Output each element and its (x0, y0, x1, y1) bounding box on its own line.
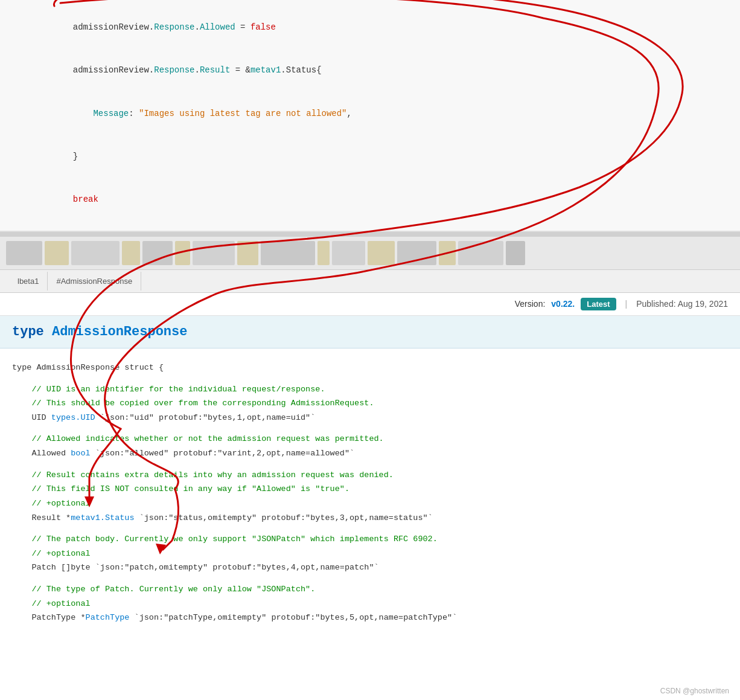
result-section: // Result contains extra details into wh… (12, 468, 728, 525)
type-keyword: type (12, 324, 44, 339)
separator: | (625, 299, 628, 309)
uid-section: // UID is an identifier for the individu… (12, 382, 728, 425)
watermark: CSDN @ghostwritten (660, 687, 729, 695)
code-line-5: break (12, 179, 728, 222)
section-separator (0, 232, 740, 237)
code-line-2: admissionReview.Response.Result = &metav… (12, 49, 728, 92)
allowed-section: // Allowed indicates whether or not the … (12, 432, 728, 460)
code-line-3: Message: "Images using latest tag are no… (12, 92, 728, 135)
struct-open: type AdmissionResponse struct { (12, 361, 728, 375)
patchtype-section: // The type of Patch. Currently we only … (12, 582, 728, 625)
version-row: Version: v0.22. Latest | Published: Aug … (0, 293, 740, 316)
result-metav1-link[interactable]: metav1.Status (71, 513, 134, 522)
type-name: AdmissionResponse (52, 324, 187, 339)
version-label: Version: (515, 299, 546, 309)
main-content: type AdmissionResponse struct { // UID i… (0, 348, 740, 650)
tab-bar: lbeta1 #AdmissionResponse (0, 270, 740, 293)
tab-admission-response[interactable]: #AdmissionResponse (48, 272, 141, 291)
code-line-1: admissionReview.Response.Allowed = false (12, 6, 728, 49)
minimap-section (0, 237, 740, 270)
code-line-4: } (12, 135, 728, 178)
minimap-inner (0, 241, 740, 265)
patch-section: // The patch body. Currently we only sup… (12, 532, 728, 575)
patchtype-link[interactable]: PatchType (86, 613, 130, 622)
latest-badge: Latest (581, 298, 616, 310)
version-value[interactable]: v0.22. (551, 299, 575, 309)
allowed-bool-link[interactable]: bool (71, 449, 90, 458)
tab-lbeta1[interactable]: lbeta1 (9, 272, 48, 291)
top-code-section: admissionReview.Response.Allowed = false… (0, 0, 740, 232)
uid-types-link[interactable]: types.UID (51, 413, 95, 422)
type-header: type AdmissionResponse (0, 316, 740, 348)
published-text: Published: Aug 19, 2021 (636, 299, 728, 309)
type-header-text: type AdmissionResponse (12, 324, 187, 339)
